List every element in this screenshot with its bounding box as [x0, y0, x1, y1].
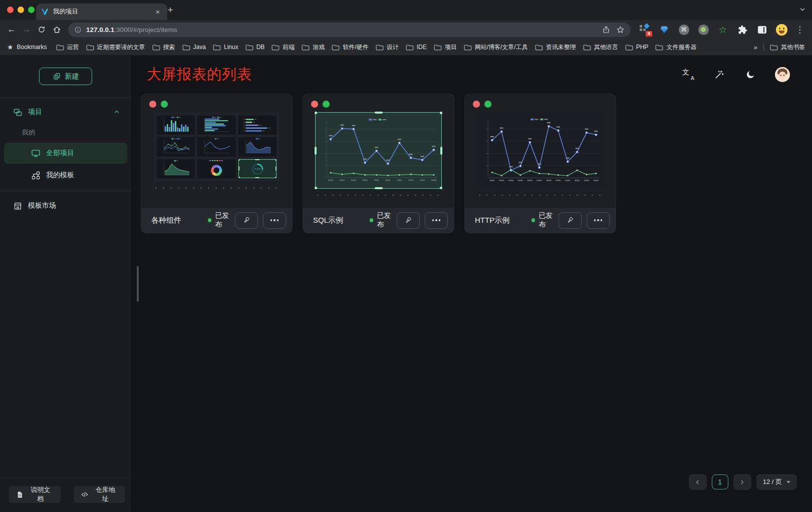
more-options-button[interactable] — [587, 212, 610, 229]
window-close-button[interactable] — [7, 7, 14, 13]
selected-gauge-widget[interactable]: 25.00% — [238, 159, 277, 178]
selection-handle[interactable] — [315, 187, 317, 189]
mini-chart — [238, 116, 277, 135]
sidebar-item-my-templates[interactable]: 我的模板 — [4, 165, 127, 186]
bookmark-folder[interactable]: IDE — [406, 43, 427, 52]
card-title: 各种组件 — [151, 216, 208, 225]
tab-close-icon[interactable]: × — [153, 8, 162, 16]
selection-handle[interactable] — [375, 112, 383, 114]
template-flow-icon — [31, 171, 41, 180]
page-number-button[interactable]: 1 — [712, 474, 728, 489]
dark-mode-moon-icon[interactable] — [744, 68, 757, 81]
bookmark-folder[interactable]: 设计 — [376, 43, 399, 52]
selection-handle[interactable] — [275, 159, 277, 161]
folder-icon — [213, 44, 221, 51]
sidebar-item-all-projects[interactable]: 全部项目 — [4, 143, 127, 164]
browser-tab[interactable]: 我的项目 × — [36, 4, 167, 20]
more-options-button[interactable] — [263, 212, 286, 229]
bookmark-folder[interactable]: 资讯未整理 — [535, 43, 576, 52]
extension-metrics-icon[interactable]: 9 — [639, 23, 651, 36]
bookmark-folder[interactable]: 搜索 — [152, 43, 175, 52]
bookmark-folder[interactable]: Java — [182, 43, 206, 52]
home-button[interactable] — [49, 22, 64, 37]
next-page-button[interactable] — [733, 474, 751, 490]
prev-page-button[interactable] — [689, 474, 707, 490]
new-tab-button[interactable]: + — [164, 4, 176, 16]
selection-handle[interactable] — [255, 159, 259, 160]
window-minimize-button[interactable] — [18, 7, 24, 13]
bookmark-folder-label: Linux — [224, 44, 238, 51]
site-info-icon[interactable] — [74, 26, 82, 34]
bookmark-star-icon[interactable] — [616, 26, 625, 34]
sidebar-section-projects[interactable]: 项目 — [0, 101, 131, 124]
magic-wand-icon[interactable] — [713, 68, 726, 81]
translate-icon[interactable]: 文A — [682, 68, 695, 81]
project-card-sql[interactable]: SQL示例 已发布 — [303, 94, 454, 233]
project-card-http[interactable]: HTTP示例 已发布 — [464, 94, 616, 233]
bookmark-folder[interactable]: 网站/博客/文章/工具 — [464, 43, 528, 52]
bookmark-folder[interactable]: 前端 — [272, 43, 295, 52]
window-zoom-button[interactable] — [28, 7, 35, 13]
selection-handle[interactable] — [276, 166, 277, 171]
card-title: HTTP示例 — [475, 216, 531, 225]
card-status-dots — [465, 94, 616, 108]
bookmark-folder[interactable]: 项目 — [434, 43, 457, 52]
green-dot-icon — [484, 101, 491, 108]
selection-handle[interactable] — [238, 177, 240, 178]
browser-menu-icon[interactable]: ⋮ — [791, 25, 808, 35]
address-bar[interactable]: 127.0.0.1 :3000/#/project/items — [68, 23, 631, 37]
side-panel-icon[interactable] — [756, 23, 768, 36]
selection-handle[interactable] — [440, 112, 442, 114]
sidebar-item-template-market[interactable]: 模板市场 — [4, 195, 127, 216]
selection-handle[interactable] — [275, 177, 277, 178]
share-icon[interactable] — [602, 26, 610, 34]
bookmark-folder[interactable]: DB — [245, 43, 265, 52]
bookmark-folder[interactable]: 游戏 — [302, 43, 325, 52]
scrollbar-thumb[interactable] — [137, 266, 139, 302]
bookmark-folder[interactable]: PHP — [625, 43, 649, 52]
user-avatar[interactable] — [775, 67, 790, 82]
card-thumbnail[interactable] — [477, 112, 604, 189]
extension-gem-icon[interactable] — [658, 23, 670, 36]
edit-workbench-button[interactable] — [235, 212, 258, 229]
bookmarks-overflow-button[interactable]: » — [754, 44, 757, 51]
bookmark-folder[interactable]: 运营 — [56, 43, 79, 52]
extension-star-icon[interactable]: ☆ — [717, 23, 729, 36]
bookmark-folder[interactable]: 近期需要读的文章 — [86, 43, 145, 52]
bookmark-folder[interactable]: Linux — [213, 43, 238, 52]
selection-handle[interactable] — [440, 147, 442, 155]
selection-handle[interactable] — [238, 166, 239, 171]
bookmarks-label[interactable]: Bookmarks — [17, 44, 47, 51]
more-options-button[interactable] — [425, 212, 448, 229]
docs-button[interactable]: 说明文档 — [9, 486, 61, 503]
repo-button[interactable]: 仓库地址 — [74, 486, 126, 503]
selection-handle[interactable] — [255, 177, 259, 178]
bookmark-folder[interactable]: 软件/硬件 — [332, 43, 368, 52]
extension-recorder-icon[interactable] — [697, 23, 709, 36]
bookmarks-star-icon[interactable]: ★ — [7, 43, 14, 51]
selection-handle[interactable] — [315, 147, 317, 155]
new-project-button[interactable]: 新建 — [39, 68, 92, 85]
page-size-select[interactable]: 12 / 页 — [756, 474, 797, 490]
page-title: 大屏报表的列表 — [147, 65, 252, 85]
tab-search-button[interactable] — [799, 6, 806, 15]
other-bookmarks-button[interactable]: 其他书签 — [770, 43, 805, 52]
hammer-icon — [404, 216, 412, 224]
card-thumbnail[interactable] — [315, 112, 442, 189]
edit-workbench-button[interactable] — [559, 212, 582, 229]
profile-avatar-icon[interactable] — [775, 23, 787, 36]
card-thumbnail[interactable]: 25.00% — [153, 112, 280, 182]
edit-workbench-button[interactable] — [397, 212, 420, 229]
back-button[interactable]: ← — [4, 22, 19, 37]
chevron-up-icon[interactable] — [113, 109, 120, 116]
extensions-puzzle-icon[interactable] — [736, 23, 748, 36]
selection-handle[interactable] — [238, 159, 240, 161]
selection-handle[interactable] — [440, 187, 442, 189]
reload-button[interactable] — [34, 22, 49, 37]
selection-handle[interactable] — [315, 112, 317, 114]
extension-cmd-icon[interactable]: ⌘ — [678, 23, 690, 36]
bookmark-folder[interactable]: 文件服务器 — [655, 43, 696, 52]
bookmark-folder[interactable]: 其他语言 — [583, 43, 618, 52]
project-card-components[interactable]: 25.00% 各种组件 已发布 — [141, 94, 293, 233]
selection-handle[interactable] — [375, 187, 383, 189]
